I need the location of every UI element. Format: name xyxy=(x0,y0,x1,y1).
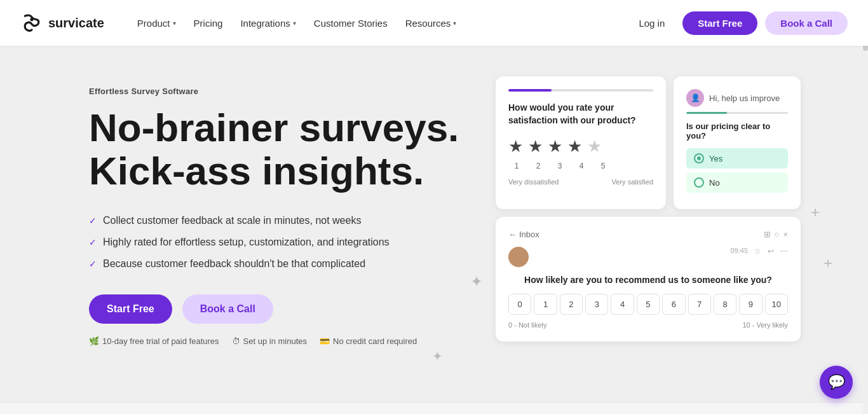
radio-no xyxy=(694,177,704,188)
bullet-3: ✓ Because customer feedback shouldn't be… xyxy=(89,256,496,272)
footnote-card: 💳 No credit card required xyxy=(320,336,417,346)
hero-left: Effortless Survey Software No-brainer su… xyxy=(89,76,496,346)
chat-button[interactable]: 💬 xyxy=(820,366,853,399)
footnote-trial: 🌿 10-day free trial of paid features xyxy=(89,336,219,346)
scrollbar-track xyxy=(863,0,868,414)
back-arrow-icon: ← xyxy=(508,230,517,239)
close-icon: × xyxy=(783,230,788,239)
deco-plus-1: + xyxy=(811,204,820,221)
hero-right: How would you rate your satisfaction wit… xyxy=(496,76,801,342)
nps-star-icon: ☆ xyxy=(754,247,761,256)
rating-progress-fill xyxy=(508,89,552,92)
option-no[interactable]: No xyxy=(686,172,788,193)
nav-customer-stories[interactable]: Customer Stories xyxy=(306,13,395,34)
nps-10[interactable]: 10 xyxy=(765,294,788,315)
yesno-progress-fill xyxy=(686,112,727,114)
nps-9[interactable]: 9 xyxy=(739,294,762,315)
hero-footnotes: 🌿 10-day free trial of paid features ⏱ S… xyxy=(89,336,496,346)
nps-4[interactable]: 4 xyxy=(611,294,634,315)
nav-product[interactable]: Product ▾ xyxy=(130,13,184,34)
nps-more-icon: ⋯ xyxy=(780,247,788,256)
check-icon-3: ✓ xyxy=(89,258,97,271)
card-icon: 💳 xyxy=(320,336,330,346)
satisfaction-labels: Very dissatisfied Very satisfied xyxy=(508,178,653,186)
logo-icon xyxy=(20,11,43,34)
nps-action-icons: ⊞ ○ × xyxy=(764,230,788,239)
stars-row[interactable]: ★ ★ ★ ★ ★ xyxy=(508,137,653,156)
yesno-header: 👤 Hi, help us improve xyxy=(686,89,788,107)
nps-time: 09:45 xyxy=(730,247,748,254)
logo-link[interactable]: survicate xyxy=(20,11,104,34)
cards-top-row: How would you rate your satisfaction wit… xyxy=(496,76,801,209)
hero-tagline: Effortless Survey Software xyxy=(89,86,496,96)
avatar: 👤 xyxy=(686,89,704,107)
chat-bubble-icon: 💬 xyxy=(828,374,845,390)
nps-6[interactable]: 6 xyxy=(662,294,685,315)
footnote-setup: ⏱ Set up in minutes xyxy=(232,336,307,346)
star-numbers: 1 2 3 4 5 xyxy=(508,162,653,170)
svg-point-0 xyxy=(30,18,33,21)
nps-8[interactable]: 8 xyxy=(714,294,736,315)
yesno-question: Is our pricing clear to you? xyxy=(686,121,788,141)
nps-header: ← Inbox ⊞ ○ × xyxy=(508,230,788,239)
nps-1[interactable]: 1 xyxy=(534,294,557,315)
star-3[interactable]: ★ xyxy=(548,137,562,156)
bullet-2: ✓ Highly rated for effortless setup, cus… xyxy=(89,235,496,250)
product-chevron-icon: ▾ xyxy=(173,20,176,27)
nps-back-link[interactable]: ← Inbox xyxy=(508,230,539,239)
hero-book-call-button[interactable]: Book a Call xyxy=(182,294,273,324)
check-icon-2: ✓ xyxy=(89,236,97,249)
hero-bullets: ✓ Collect customer feedback at scale in … xyxy=(89,213,496,272)
integrations-chevron-icon: ▾ xyxy=(293,20,296,27)
rating-card: How would you rate your satisfaction wit… xyxy=(496,76,666,209)
check-icon-1: ✓ xyxy=(89,214,97,228)
yesno-progress-bar xyxy=(686,112,788,114)
clock-icon: ⏱ xyxy=(232,336,240,346)
login-button[interactable]: Log in xyxy=(628,13,675,34)
option-yes[interactable]: Yes xyxy=(686,148,788,169)
nps-2[interactable]: 2 xyxy=(560,294,583,315)
resources-chevron-icon: ▾ xyxy=(453,20,456,27)
start-free-button[interactable]: Start Free xyxy=(682,11,757,35)
rating-question: How would you rate your satisfaction wit… xyxy=(508,102,653,127)
nps-question: How likely are you to recommend us to so… xyxy=(508,275,788,285)
star-2[interactable]: ★ xyxy=(528,137,543,156)
nps-5[interactable]: 5 xyxy=(637,294,660,315)
nav-resources[interactable]: Resources ▾ xyxy=(398,13,465,34)
hero-start-free-button[interactable]: Start Free xyxy=(89,294,172,324)
rating-progress-bar xyxy=(508,89,653,92)
nps-card: ← Inbox ⊞ ○ × 09:45 ☆ ↩ ⋯ How likely are… xyxy=(496,217,801,342)
star-5[interactable]: ★ xyxy=(587,137,602,156)
nps-7[interactable]: 7 xyxy=(688,294,711,315)
nps-labels: 0 - Not likely 10 - Very likely xyxy=(508,321,788,329)
leaf-icon: 🌿 xyxy=(89,336,99,346)
nps-reply-icon: ↩ xyxy=(768,247,774,256)
yesno-card: 👤 Hi, help us improve Is our pricing cle… xyxy=(674,76,801,209)
nps-avatar xyxy=(508,247,529,267)
nav-pricing[interactable]: Pricing xyxy=(186,13,231,34)
bullet-1: ✓ Collect customer feedback at scale in … xyxy=(89,213,496,228)
deco-diamond: ✦ xyxy=(432,348,443,364)
hero-cta: Start Free Book a Call xyxy=(89,294,496,324)
star-4[interactable]: ★ xyxy=(567,137,582,156)
navbar: survicate Product ▾ Pricing Integrations… xyxy=(0,0,868,46)
hero-section: Effortless Survey Software No-brainer su… xyxy=(0,46,868,402)
nav-links: Product ▾ Pricing Integrations ▾ Custome… xyxy=(130,13,629,34)
radio-yes xyxy=(694,153,704,163)
nps-meta: 09:45 ☆ ↩ ⋯ xyxy=(508,247,788,267)
grid-icon: ⊞ xyxy=(764,230,771,239)
chat-icon: ○ xyxy=(775,230,780,239)
deco-plus-2: + xyxy=(824,254,832,272)
brand-name: survicate xyxy=(48,16,104,31)
nav-right: Log in Start Free Book a Call xyxy=(628,11,848,35)
nps-3[interactable]: 3 xyxy=(585,294,608,315)
nav-integrations[interactable]: Integrations ▾ xyxy=(233,13,303,34)
nps-numbers[interactable]: 0 1 2 3 4 5 6 7 8 9 10 xyxy=(508,294,788,315)
nps-0[interactable]: 0 xyxy=(508,294,531,315)
book-call-button[interactable]: Book a Call xyxy=(765,11,848,35)
star-1[interactable]: ★ xyxy=(508,137,523,156)
hero-title: No-brainer surveys. Kick-ass insights. xyxy=(89,106,496,193)
logos-section: HubSpot Spotify Bolt Activision | Blizza… xyxy=(0,402,868,414)
yesno-header-text: Hi, help us improve xyxy=(709,93,780,103)
